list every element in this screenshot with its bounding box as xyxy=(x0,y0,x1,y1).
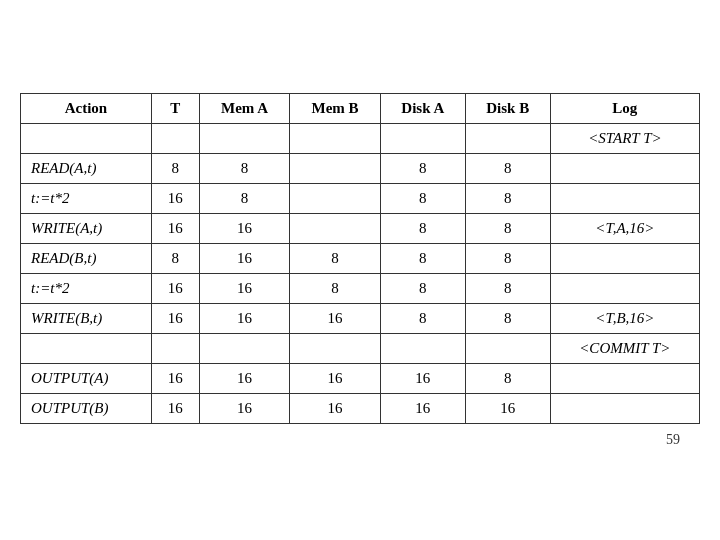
cell-6-T: 16 xyxy=(151,303,199,333)
cell-4-diskB: 8 xyxy=(465,243,550,273)
cell-2-log xyxy=(550,183,699,213)
table-row: <START T> xyxy=(21,123,700,153)
col-T: T xyxy=(151,93,199,123)
cell-3-T: 16 xyxy=(151,213,199,243)
table-row: WRITE(A,t)161688<T,A,16> xyxy=(21,213,700,243)
cell-1-action: READ(A,t) xyxy=(21,153,152,183)
cell-3-action: WRITE(A,t) xyxy=(21,213,152,243)
cell-2-action: t:=t*2 xyxy=(21,183,152,213)
col-memA: Mem A xyxy=(199,93,290,123)
cell-9-memA: 16 xyxy=(199,393,290,423)
cell-7-diskA xyxy=(380,333,465,363)
cell-5-memB: 8 xyxy=(290,273,381,303)
table-row: WRITE(B,t)16161688<T,B,16> xyxy=(21,303,700,333)
cell-2-T: 16 xyxy=(151,183,199,213)
cell-6-diskB: 8 xyxy=(465,303,550,333)
table-row: OUTPUT(B)1616161616 xyxy=(21,393,700,423)
cell-8-log xyxy=(550,363,699,393)
col-diskA: Disk A xyxy=(380,93,465,123)
cell-3-diskA: 8 xyxy=(380,213,465,243)
col-action: Action xyxy=(21,93,152,123)
cell-6-memB: 16 xyxy=(290,303,381,333)
cell-4-T: 8 xyxy=(151,243,199,273)
cell-3-diskB: 8 xyxy=(465,213,550,243)
cell-7-memA xyxy=(199,333,290,363)
table-row: READ(B,t)816888 xyxy=(21,243,700,273)
cell-0-log: <START T> xyxy=(550,123,699,153)
cell-0-action xyxy=(21,123,152,153)
cell-7-diskB xyxy=(465,333,550,363)
cell-4-log xyxy=(550,243,699,273)
cell-8-memB: 16 xyxy=(290,363,381,393)
cell-4-memA: 16 xyxy=(199,243,290,273)
cell-2-memB xyxy=(290,183,381,213)
cell-9-T: 16 xyxy=(151,393,199,423)
cell-5-memA: 16 xyxy=(199,273,290,303)
cell-9-log xyxy=(550,393,699,423)
table-row: READ(A,t)8888 xyxy=(21,153,700,183)
cell-5-T: 16 xyxy=(151,273,199,303)
cell-3-memA: 16 xyxy=(199,213,290,243)
cell-8-memA: 16 xyxy=(199,363,290,393)
cell-5-action: t:=t*2 xyxy=(21,273,152,303)
cell-9-diskB: 16 xyxy=(465,393,550,423)
cell-2-memA: 8 xyxy=(199,183,290,213)
col-memB: Mem B xyxy=(290,93,381,123)
cell-1-memB xyxy=(290,153,381,183)
table-row: OUTPUT(A)161616168 xyxy=(21,363,700,393)
cell-5-log xyxy=(550,273,699,303)
cell-7-memB xyxy=(290,333,381,363)
table-row: t:=t*21616888 xyxy=(21,273,700,303)
transaction-table-wrapper: Action T Mem A Mem B Disk A Disk B Log <… xyxy=(20,93,700,424)
cell-0-memA xyxy=(199,123,290,153)
cell-5-diskA: 8 xyxy=(380,273,465,303)
page-number: 59 xyxy=(666,432,680,448)
cell-8-diskB: 8 xyxy=(465,363,550,393)
cell-6-action: WRITE(B,t) xyxy=(21,303,152,333)
cell-1-log xyxy=(550,153,699,183)
cell-1-memA: 8 xyxy=(199,153,290,183)
cell-0-T xyxy=(151,123,199,153)
cell-7-T xyxy=(151,333,199,363)
cell-4-diskA: 8 xyxy=(380,243,465,273)
table-row: <COMMIT T> xyxy=(21,333,700,363)
cell-2-diskA: 8 xyxy=(380,183,465,213)
table-header-row: Action T Mem A Mem B Disk A Disk B Log xyxy=(21,93,700,123)
cell-1-diskB: 8 xyxy=(465,153,550,183)
table-row: t:=t*216888 xyxy=(21,183,700,213)
cell-8-T: 16 xyxy=(151,363,199,393)
cell-6-memA: 16 xyxy=(199,303,290,333)
cell-3-memB xyxy=(290,213,381,243)
cell-1-diskA: 8 xyxy=(380,153,465,183)
col-diskB: Disk B xyxy=(465,93,550,123)
cell-0-diskA xyxy=(380,123,465,153)
col-log: Log xyxy=(550,93,699,123)
cell-7-log: <COMMIT T> xyxy=(550,333,699,363)
cell-9-memB: 16 xyxy=(290,393,381,423)
cell-3-log: <T,A,16> xyxy=(550,213,699,243)
cell-7-action xyxy=(21,333,152,363)
cell-8-action: OUTPUT(A) xyxy=(21,363,152,393)
cell-9-action: OUTPUT(B) xyxy=(21,393,152,423)
cell-9-diskA: 16 xyxy=(380,393,465,423)
cell-0-diskB xyxy=(465,123,550,153)
cell-2-diskB: 8 xyxy=(465,183,550,213)
cell-4-memB: 8 xyxy=(290,243,381,273)
cell-4-action: READ(B,t) xyxy=(21,243,152,273)
cell-8-diskA: 16 xyxy=(380,363,465,393)
transaction-table: Action T Mem A Mem B Disk A Disk B Log <… xyxy=(20,93,700,424)
cell-6-log: <T,B,16> xyxy=(550,303,699,333)
cell-0-memB xyxy=(290,123,381,153)
cell-1-T: 8 xyxy=(151,153,199,183)
cell-6-diskA: 8 xyxy=(380,303,465,333)
cell-5-diskB: 8 xyxy=(465,273,550,303)
